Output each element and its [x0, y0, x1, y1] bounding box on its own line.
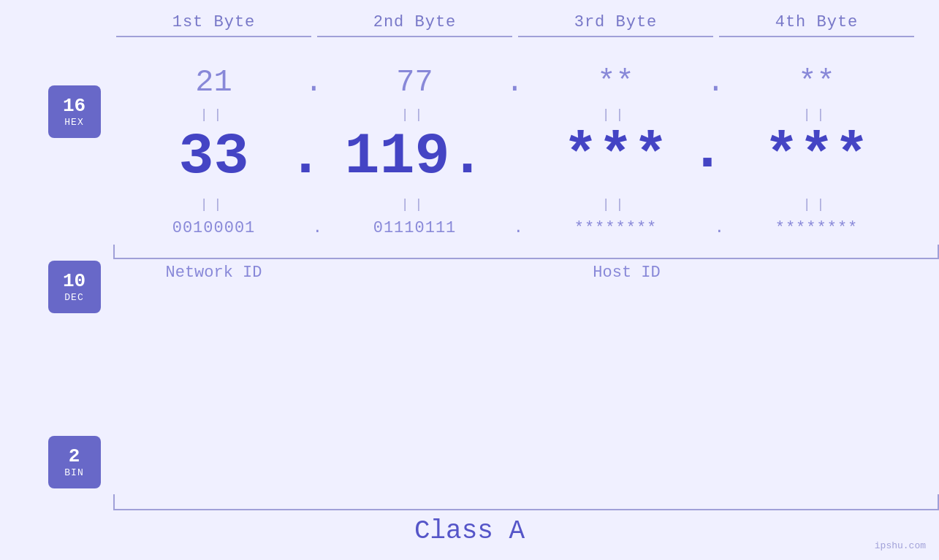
sep2-b2: || — [314, 196, 515, 213]
sep1-b4: || — [716, 106, 917, 123]
sep1-b2: || — [314, 106, 515, 123]
bin-b2: 01110111 — [373, 219, 457, 237]
bracket4 — [716, 36, 917, 37]
rows-wrapper: 16 HEX 10 DEC 2 BIN 21 . — [0, 45, 939, 488]
sep1-b3: || — [515, 106, 716, 123]
sep-row-2: || || || || — [113, 196, 939, 213]
byte1-header: 1st Byte — [113, 13, 314, 31]
bin-b3: ******** — [574, 219, 658, 237]
sep2-b1: || — [113, 196, 314, 213]
dec-b1-cell: 33 . — [113, 123, 314, 190]
values-col: 21 . 77 . ** . ** || || || — [113, 45, 939, 488]
top-brackets — [0, 36, 939, 37]
byte4-header: 4th Byte — [716, 13, 917, 31]
bin-b1: 00100001 — [172, 219, 256, 237]
byte3-header: 3rd Byte — [515, 13, 716, 31]
bin-b4: ******** — [775, 219, 859, 237]
hex-b3-cell: ** . — [515, 65, 716, 100]
bin-b3-cell: ******** . — [515, 219, 716, 237]
bracket3 — [515, 36, 716, 37]
bin-b2-cell: 01110111 . — [314, 219, 515, 237]
dec-b2-cell: 119. — [314, 123, 515, 190]
hex-b4-cell: ** — [716, 65, 917, 100]
network-id-label: Network ID — [113, 264, 314, 282]
hex-row: 21 . 77 . ** . ** — [113, 65, 939, 100]
dec-b4-cell: *** — [716, 123, 917, 190]
dec-badge: 10 DEC — [48, 261, 101, 313]
dec-b3-cell: *** . — [515, 123, 716, 190]
byte2-header: 2nd Byte — [314, 13, 515, 31]
hex-badge: 16 HEX — [48, 85, 101, 138]
sep1-b1: || — [113, 106, 314, 123]
bin-b1-cell: 00100001 . — [113, 219, 314, 237]
watermark: ipshu.com — [875, 540, 926, 551]
hex-b3: ** — [597, 65, 634, 100]
dec-b4: *** — [764, 123, 869, 190]
bin-badge: 2 BIN — [48, 436, 101, 488]
bin-b4-cell: ******** — [716, 219, 917, 237]
sep-row-1: || || || || — [113, 106, 939, 123]
hex-b1: 21 — [195, 65, 232, 100]
bracket1 — [113, 36, 314, 37]
hex-b2: 77 — [396, 65, 433, 100]
dec-row: 33 . 119. *** . *** — [113, 123, 939, 190]
host-bracket — [314, 245, 939, 259]
hex-b4: ** — [798, 65, 835, 100]
bin-row: 00100001 . 01110111 . ******** . *******… — [113, 219, 939, 237]
hex-b2-cell: 77 . — [314, 65, 515, 100]
hex-b1-cell: 21 . — [113, 65, 314, 100]
dec-b1: 33 — [178, 123, 248, 190]
id-labels-row: Network ID Host ID — [113, 264, 939, 282]
network-bracket — [113, 245, 314, 259]
sep2-b4: || — [716, 196, 917, 213]
main-container: 1st Byte 2nd Byte 3rd Byte 4th Byte 16 H… — [0, 0, 939, 560]
dec-b2: 119. — [344, 123, 484, 190]
sep2-b3: || — [515, 196, 716, 213]
host-id-label: Host ID — [314, 264, 939, 282]
dec-b3: *** — [563, 123, 668, 190]
class-label: Class A — [0, 516, 939, 546]
badges-col: 16 HEX 10 DEC 2 BIN — [0, 45, 113, 488]
bracket2 — [314, 36, 515, 37]
class-bracket — [113, 494, 939, 510]
bottom-bracket-row — [113, 245, 939, 259]
byte-headers: 1st Byte 2nd Byte 3rd Byte 4th Byte — [0, 0, 939, 31]
